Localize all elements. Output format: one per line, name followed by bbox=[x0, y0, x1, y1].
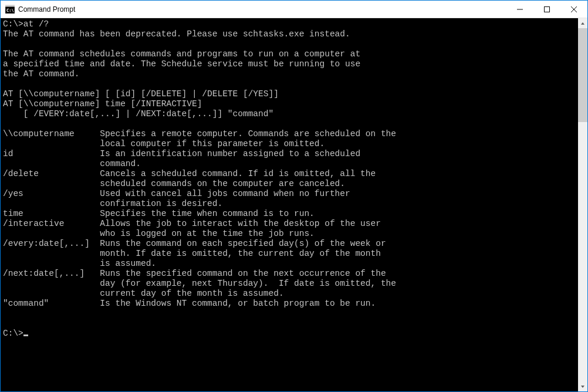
svg-rect-4 bbox=[545, 6, 550, 12]
vertical-scrollbar[interactable] bbox=[578, 18, 587, 391]
window-title: Command Prompt bbox=[18, 5, 506, 13]
terminal-line: day (for example, next Thursday). If dat… bbox=[3, 279, 396, 288]
terminal-line: "command" Is the Windows NT command, or … bbox=[3, 299, 376, 308]
scrollbar-down-arrow-icon[interactable] bbox=[578, 381, 587, 391]
terminal-line: the AT command. bbox=[3, 69, 80, 79]
terminal-output[interactable]: C:\>at /? The AT command has been deprec… bbox=[1, 18, 578, 391]
scrollbar-thumb[interactable] bbox=[578, 28, 587, 122]
terminal-line: who is logged on at the time the job run… bbox=[3, 229, 315, 238]
terminal-line: command. bbox=[3, 159, 141, 168]
terminal-line: The AT command schedules commands and pr… bbox=[3, 49, 360, 59]
terminal-line: month. If date is omitted, the current d… bbox=[3, 249, 381, 258]
window-controls bbox=[506, 1, 587, 18]
terminal-line: \\computername Specifies a remote comput… bbox=[3, 129, 396, 138]
terminal-container: C:\>at /? The AT command has been deprec… bbox=[1, 18, 587, 391]
command-prompt-window: C:\ Command Prompt C:\>at /? The AT comm… bbox=[0, 0, 588, 392]
titlebar[interactable]: C:\ Command Prompt bbox=[1, 1, 587, 18]
terminal-line: current day of the month is assumed. bbox=[3, 289, 284, 298]
terminal-line: AT [\\computername] time [/INTERACTIVE] bbox=[3, 99, 202, 109]
minimize-button[interactable] bbox=[506, 1, 533, 18]
terminal-line: /yes Used with cancel all jobs command w… bbox=[3, 189, 350, 198]
terminal-line: local computer if this parameter is omit… bbox=[3, 139, 325, 148]
cmd-icon: C:\ bbox=[5, 5, 15, 14]
terminal-line: /interactive Allows the job to interact … bbox=[3, 219, 381, 228]
terminal-line: a specified time and date. The Schedule … bbox=[3, 59, 360, 69]
terminal-line: confirmation is desired. bbox=[3, 199, 222, 208]
terminal-line: C:\>at /? bbox=[3, 19, 49, 29]
terminal-line: /every:date[,...] Runs the command on ea… bbox=[3, 239, 386, 248]
terminal-line: is assumed. bbox=[3, 259, 156, 268]
svg-rect-1 bbox=[5, 5, 15, 7]
svg-text:C:\: C:\ bbox=[6, 8, 14, 12]
close-button[interactable] bbox=[560, 1, 587, 18]
terminal-line: /delete Cancels a scheduled command. If … bbox=[3, 169, 376, 178]
terminal-line: time Specifies the time when command is … bbox=[3, 209, 315, 218]
cursor bbox=[23, 334, 28, 336]
terminal-line: [ /EVERY:date[,...] | /NEXT:date[,...]] … bbox=[3, 109, 273, 119]
terminal-line: AT [\\computername] [ [id] [/DELETE] | /… bbox=[3, 89, 279, 99]
terminal-line: id Is an identification number assigned … bbox=[3, 149, 360, 158]
terminal-line: scheduled commands on the computer are c… bbox=[3, 179, 345, 188]
maximize-button[interactable] bbox=[533, 1, 560, 18]
terminal-prompt: C:\> bbox=[3, 329, 23, 338]
terminal-line: The AT command has been deprecated. Plea… bbox=[3, 29, 350, 39]
scrollbar-up-arrow-icon[interactable] bbox=[578, 18, 587, 28]
terminal-line: /next:date[,...] Runs the specified comm… bbox=[3, 269, 386, 278]
